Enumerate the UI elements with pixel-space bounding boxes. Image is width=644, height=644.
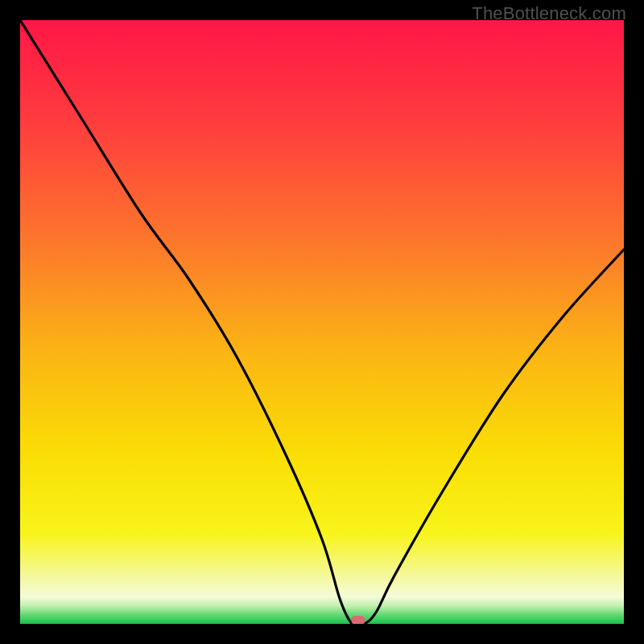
plot-area (20, 20, 624, 624)
bottleneck-chart (20, 20, 624, 624)
chart-frame: TheBottleneck.com (0, 0, 644, 644)
optimum-marker (352, 616, 365, 624)
gradient-background (20, 20, 624, 624)
watermark-text: TheBottleneck.com (472, 3, 626, 24)
